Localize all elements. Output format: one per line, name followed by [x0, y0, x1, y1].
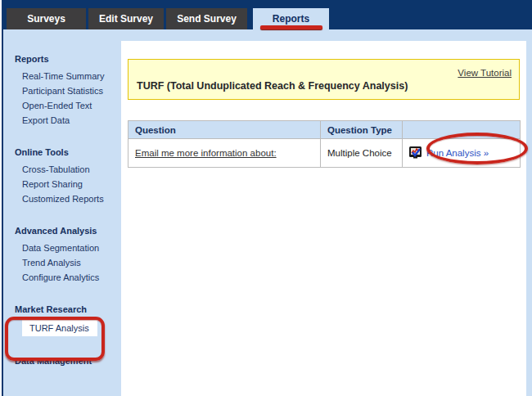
run-analysis-link[interactable]: Run Analysis » [409, 148, 489, 158]
sidebar-section-advanced-analysis: Advanced Analysis Data Segmentation Tren… [15, 226, 121, 285]
sidebar-item-turf-analysis[interactable]: TURF Analysis [22, 320, 97, 336]
sidebar-item-export-data[interactable]: Export Data [15, 113, 121, 128]
sidebar-heading-reports: Reports [15, 54, 121, 64]
tab-surveys[interactable]: Surveys [7, 8, 86, 29]
tab-send-survey[interactable]: Send Survey [166, 8, 247, 29]
sidebar-section-market-research: Market Research TURF Analysis [15, 304, 121, 336]
question-link[interactable]: Email me more information about: [135, 148, 277, 158]
tab-reports[interactable]: Reports [253, 8, 329, 29]
sidebar-section-reports: Reports Real-Time Summary Participant St… [15, 54, 121, 128]
tab-edit-survey[interactable]: Edit Survey [88, 8, 164, 29]
view-tutorial-link[interactable]: View Tutorial [458, 68, 512, 78]
sidebar-item-report-sharing[interactable]: Report Sharing [15, 177, 121, 191]
sidebar-heading-data-management: Data Management [15, 356, 121, 366]
column-header-question-type: Question Type [321, 121, 403, 139]
sidebar-heading-advanced-analysis: Advanced Analysis [15, 226, 121, 236]
run-analysis-label: Run Analysis » [426, 148, 489, 158]
sidebar-item-participant-statistics[interactable]: Participant Statistics [15, 83, 121, 98]
sidebar-item-trend-analysis[interactable]: Trend Analysis [15, 255, 121, 270]
top-nav-bar: Surveys Edit Survey Send Survey Reports [0, 0, 532, 29]
page-title: TURF (Total Unduplicated Reach & Frequen… [137, 80, 408, 92]
analysis-icon [409, 146, 422, 160]
sidebar-item-configure-analytics[interactable]: Configure Analytics [15, 270, 121, 285]
question-type-cell: Multiple Choice [321, 139, 403, 168]
sidebar-item-open-ended-text[interactable]: Open-Ended Text [15, 98, 121, 113]
left-edge-border [2, 0, 3, 396]
sidebar: Reports Real-Time Summary Participant St… [3, 29, 121, 396]
app-window: Surveys Edit Survey Send Survey Reports … [0, 0, 532, 396]
column-header-question: Question [128, 121, 321, 139]
nav-tabs: Surveys Edit Survey Send Survey Reports [7, 8, 329, 29]
sidebar-heading-online-tools: Online Tools [15, 147, 121, 157]
sidebar-heading-market-research: Market Research [15, 304, 121, 314]
question-table: Question Question Type Email me more inf… [128, 120, 521, 168]
turf-banner: TURF (Total Unduplicated Reach & Frequen… [128, 59, 520, 100]
table-row: Email me more information about: Multipl… [128, 139, 521, 168]
sidebar-section-online-tools: Online Tools Cross-Tabulation Report Sha… [15, 147, 121, 206]
sidebar-item-data-segmentation[interactable]: Data Segmentation [15, 241, 121, 255]
main-content-panel: TURF (Total Unduplicated Reach & Frequen… [121, 41, 526, 396]
sidebar-section-data-management: Data Management [15, 356, 121, 366]
sidebar-item-cross-tabulation[interactable]: Cross-Tabulation [15, 162, 121, 177]
table-header-row: Question Question Type [128, 121, 521, 139]
sidebar-item-customized-reports[interactable]: Customized Reports [15, 191, 121, 206]
sidebar-item-real-time-summary[interactable]: Real-Time Summary [15, 69, 121, 83]
column-header-action [403, 121, 521, 139]
